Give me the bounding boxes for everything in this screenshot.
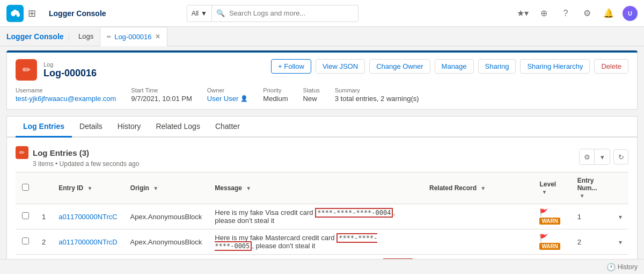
follow-button[interactable]: + Follow	[271, 59, 311, 74]
level-badge: WARN	[539, 218, 560, 225]
level-cell: 🚩 WARN	[533, 204, 570, 229]
message-cell: Here is my fake Visa credit card ****-**…	[208, 204, 423, 229]
entry-id-header[interactable]: Entry ID ▼	[52, 172, 123, 204]
row-actions-header	[612, 172, 628, 204]
entry-num-header[interactable]: Entry Num... ▼	[571, 172, 612, 204]
priority-label: Priority	[263, 87, 288, 93]
top-navigation: ⊞ Logger Console All ▼ 🔍 ★▾ ⊕ ? ⚙ 🔔 U	[0, 0, 644, 27]
level-cell: 🚩 WARN	[533, 229, 570, 255]
row-checkbox-1[interactable]	[22, 237, 29, 244]
view-json-button[interactable]: View JSON	[316, 59, 365, 74]
level-badge: WARN	[539, 243, 560, 250]
username-label: Username	[16, 87, 116, 93]
table-row: 2 a011700000NTrcD Apex.AnonymousBlock He…	[16, 229, 628, 255]
related-record-header[interactable]: Related Record ▼	[423, 172, 533, 204]
entry-id-link[interactable]: a011700000NTrcC	[58, 213, 117, 221]
row-actions-cell: ▾	[612, 204, 628, 229]
tab-related-logs[interactable]: Related Logs	[148, 117, 208, 138]
message-header[interactable]: Message ▼	[208, 172, 423, 204]
row-dropdown-icon[interactable]: ▾	[619, 213, 622, 221]
entry-num-sort-icon: ▼	[580, 193, 585, 199]
active-tab-label: Log-000016	[114, 33, 151, 41]
active-tab[interactable]: ✏ Log-000016 ✕	[100, 27, 167, 46]
entry-id-sort-icon: ▼	[87, 185, 93, 191]
related-record-sort-icon: ▼	[480, 185, 486, 191]
tab-history[interactable]: History	[110, 117, 149, 138]
redacted-value: ****-****-****-0004	[315, 208, 393, 218]
redacted-value: ****-****-****-0005	[215, 233, 377, 251]
status-label: Status	[303, 87, 320, 93]
message-sort-icon: ▼	[246, 185, 251, 191]
search-input[interactable]	[225, 9, 358, 17]
edit-icon: ✏	[107, 34, 111, 40]
message-cell: Here is my fake Mastercard credit card *…	[208, 229, 423, 255]
origin-sort-icon: ▼	[153, 185, 158, 191]
hero-actions: + Follow View JSON Change Owner Manage S…	[271, 59, 628, 74]
refresh-button[interactable]: ↻	[613, 149, 628, 164]
entries-actions: ⚙ ▾ ↻	[579, 149, 628, 165]
row-num-header	[35, 172, 52, 204]
salesforce-logo[interactable]	[6, 5, 24, 22]
origin-cell: Apex.AnonymousBlock	[124, 204, 209, 229]
settings-icon[interactable]: ⚙	[580, 6, 595, 21]
column-settings-button[interactable]: ⚙	[580, 149, 595, 164]
sharing-hierarchy-button[interactable]: Sharing Hierarchy	[520, 59, 590, 74]
manage-button[interactable]: Manage	[435, 59, 474, 74]
row-dropdown-icon[interactable]: ▾	[619, 239, 622, 246]
row-number: 2	[35, 229, 52, 255]
user-avatar[interactable]: U	[623, 6, 638, 21]
tab-log-entries[interactable]: Log Entries	[16, 117, 72, 138]
origin-cell: Apex.AnonymousBlock	[124, 229, 209, 255]
status-value: New	[303, 95, 320, 103]
app-title[interactable]: Logger Console	[6, 32, 64, 41]
app-name: Logger Console	[49, 9, 106, 18]
level-flag-icon: 🚩	[539, 208, 548, 217]
owner-label: Owner	[207, 87, 248, 93]
sub-tabs: Log Entries Details History Related Logs…	[6, 116, 638, 138]
entries-header: ✏ Log Entries (3) 3 items • Updated a fe…	[16, 146, 628, 168]
notifications-icon[interactable]: 🔔	[601, 6, 616, 21]
row-checkbox-0[interactable]	[22, 212, 29, 219]
favorites-icon[interactable]: ★▾	[515, 6, 530, 21]
tab-details[interactable]: Details	[72, 117, 110, 138]
help-icon[interactable]: ?	[558, 6, 573, 21]
entry-num-cell: 1	[571, 204, 612, 229]
username-value[interactable]: test-yjk6jfrwaacu@example.com	[16, 95, 116, 103]
add-icon[interactable]: ⊕	[537, 6, 552, 21]
entries-section-title: Log Entries (3)	[33, 148, 89, 157]
search-scope-dropdown[interactable]: All ▼	[187, 5, 212, 21]
summary-value: 3 total entries, 2 warning(s)	[335, 95, 419, 103]
entry-id-cell: a011700000NTrcC	[52, 204, 123, 229]
history-label[interactable]: History	[618, 263, 638, 271]
level-flag-icon: 🚩	[539, 234, 548, 242]
bottom-bar: 🕐 History	[0, 259, 644, 274]
start-time-value: 9/7/2021, 10:01 PM	[131, 95, 192, 103]
entry-num-cell: 2	[571, 229, 612, 255]
tab-close-icon[interactable]: ✕	[155, 33, 160, 40]
owner-value[interactable]: User User	[207, 95, 239, 103]
nav-icons: ★▾ ⊕ ? ⚙ 🔔 U	[515, 6, 638, 21]
row-actions-cell: ▾	[612, 229, 628, 255]
related-record-cell	[423, 204, 533, 229]
log-type-icon: ✏	[16, 59, 37, 81]
table-row: 1 a011700000NTrcC Apex.AnonymousBlock He…	[16, 204, 628, 229]
search-icon: 🔍	[212, 9, 225, 17]
select-all-checkbox[interactable]	[22, 184, 29, 191]
entries-subtitle: 3 items • Updated a few seconds ago	[33, 160, 139, 168]
grid-icon[interactable]: ⊞	[28, 8, 36, 19]
entry-id-cell: a011700000NTrcD	[52, 229, 123, 255]
content-area: ✏ Log Entries (3) 3 items • Updated a fe…	[6, 138, 638, 274]
delete-button[interactable]: Delete	[594, 59, 628, 74]
row-number: 1	[35, 204, 52, 229]
level-sort-icon: ▼	[541, 189, 547, 195]
tab-chatter[interactable]: Chatter	[208, 117, 247, 138]
priority-value: Medium	[263, 95, 288, 103]
logs-tab[interactable]: Logs	[74, 32, 98, 40]
entry-id-link[interactable]: a011700000NTrcD	[58, 238, 117, 246]
level-header[interactable]: Level ▼	[533, 172, 570, 204]
sharing-button[interactable]: Sharing	[478, 59, 516, 74]
change-owner-button[interactable]: Change Owner	[369, 59, 430, 74]
search-bar: All ▼ 🔍	[187, 5, 358, 22]
origin-header[interactable]: Origin ▼	[124, 172, 209, 204]
settings-dropdown-button[interactable]: ▾	[595, 149, 610, 164]
